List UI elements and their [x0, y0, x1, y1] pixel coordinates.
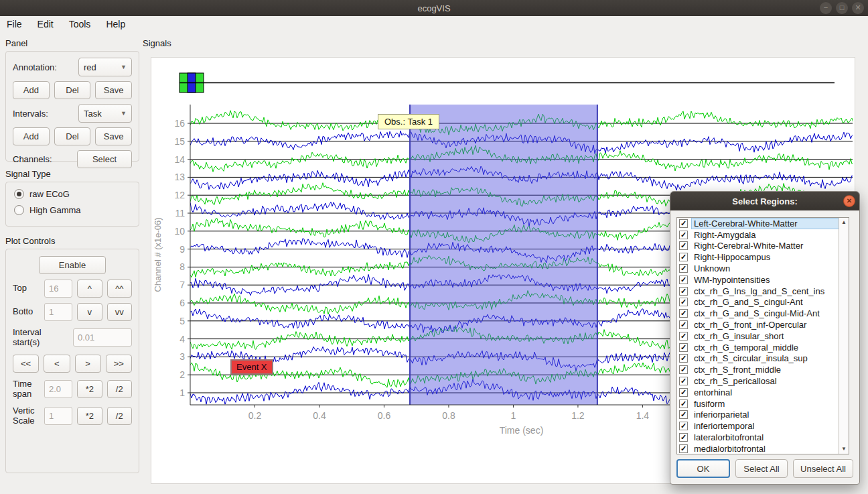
region-list-item[interactable]: ✓ctx_rh_G_insular_short	[677, 330, 839, 342]
region-item-label: ctx_rh_G_front_inf-Opercular	[692, 320, 839, 330]
region-list-item[interactable]: ✓fusiform	[677, 398, 839, 410]
region-list-item[interactable]: ✓inferiorparietal	[677, 410, 839, 421]
checkbox-checked-icon[interactable]: ✓	[679, 275, 688, 284]
region-item-label: WM-hypointensities	[692, 275, 839, 285]
interval-add-button[interactable]: Add	[13, 127, 50, 145]
region-list-item[interactable]: ✓ctx_rh_S_pericallosal	[677, 375, 839, 387]
region-list-item[interactable]: ✓inferiortemporal	[677, 420, 839, 432]
annotation-combobox[interactable]: red ▼	[78, 58, 132, 76]
checkbox-checked-icon[interactable]: ✓	[679, 309, 688, 318]
checkbox-checked-icon[interactable]: ✓	[679, 422, 688, 430]
svg-text:8: 8	[179, 261, 185, 272]
checkbox-checked-icon[interactable]: ✓	[679, 287, 688, 296]
forward-button[interactable]: >	[75, 355, 101, 373]
svg-text:10: 10	[174, 226, 185, 237]
radio-raw-ecog[interactable]: raw ECoG	[14, 189, 131, 199]
signal-type-title: Signal Type	[5, 169, 145, 179]
svg-text:1.4: 1.4	[636, 410, 650, 421]
menu-tools[interactable]: Tools	[69, 17, 98, 31]
interval-tooltip: Obs.: Task 1	[378, 114, 439, 129]
intervals-combobox[interactable]: Task ▼	[78, 104, 132, 123]
checkbox-checked-icon[interactable]: ✓	[679, 253, 688, 261]
region-list-item[interactable]: ✓ctx_rh_G_Ins_lg_and_S_cent_ins	[677, 286, 839, 297]
regions-list: ✓Left-Cerebral-White-Matter✓Right-Amygda…	[676, 217, 849, 454]
checkbox-checked-icon[interactable]: ✓	[679, 298, 688, 306]
vertical-scale-input[interactable]: 1	[44, 407, 72, 425]
dialog-close-icon[interactable]: ✕	[843, 195, 855, 207]
regions-scrollbar[interactable]: ▲ ▼	[839, 218, 849, 454]
top-label: Top	[13, 284, 40, 294]
checkbox-checked-icon[interactable]: ✓	[679, 320, 688, 329]
checkbox-checked-icon[interactable]: ✓	[679, 219, 688, 228]
region-list-item[interactable]: ✓Right-Cerebral-White-Matter	[677, 241, 839, 252]
checkbox-checked-icon[interactable]: ✓	[679, 388, 688, 397]
checkbox-checked-icon[interactable]: ✓	[679, 241, 688, 250]
region-list-item[interactable]: ✓ctx_rh_G_and_S_cingul-Ant	[677, 297, 839, 308]
annotation-save-button[interactable]: Save	[95, 81, 132, 99]
checkbox-checked-icon[interactable]: ✓	[679, 354, 688, 363]
checkbox-checked-icon[interactable]: ✓	[679, 433, 688, 442]
down-button[interactable]: v	[77, 303, 102, 321]
close-icon[interactable]: ✕	[852, 2, 864, 14]
region-list-item[interactable]: ✓ctx_rh_S_circular_insula_sup	[677, 353, 839, 365]
titlebar[interactable]: ecogVIS − □ ✕	[0, 0, 868, 16]
checkbox-checked-icon[interactable]: ✓	[679, 377, 688, 385]
checkbox-checked-icon[interactable]: ✓	[679, 399, 688, 408]
enable-button[interactable]: Enable	[39, 256, 106, 274]
ok-button[interactable]: OK	[676, 459, 730, 478]
checkbox-checked-icon[interactable]: ✓	[679, 365, 688, 374]
down-down-button[interactable]: vv	[107, 303, 132, 321]
checkbox-checked-icon[interactable]: ✓	[679, 332, 688, 341]
svg-text:5: 5	[179, 316, 185, 326]
top-input[interactable]: 16	[44, 280, 72, 298]
region-list-item[interactable]: ✓WM-hypointensities	[677, 274, 839, 286]
back-button[interactable]: <	[44, 355, 70, 373]
region-list-item[interactable]: ✓Right-Hippocampus	[677, 251, 839, 263]
menu-edit[interactable]: Edit	[38, 17, 61, 31]
svg-text:11: 11	[175, 208, 185, 219]
bottom-input[interactable]: 1	[44, 303, 72, 321]
scroll-down-icon[interactable]: ▼	[839, 444, 849, 454]
interval-save-button[interactable]: Save	[95, 127, 132, 145]
menu-help[interactable]: Help	[106, 17, 133, 31]
interval-del-button[interactable]: Del	[54, 127, 91, 145]
interval-start-input[interactable]: 0.01	[73, 328, 132, 347]
checkbox-checked-icon[interactable]: ✓	[679, 343, 688, 352]
region-list-item[interactable]: ✓Right-Amygdala	[677, 229, 839, 241]
vscale-half-button[interactable]: /2	[107, 407, 132, 425]
select-all-button[interactable]: Select All	[735, 459, 788, 478]
region-list-item[interactable]: ✓medialorbitofrontal	[677, 443, 839, 454]
menu-file[interactable]: File	[7, 17, 29, 31]
radio-high-gamma[interactable]: High Gamma	[14, 205, 131, 215]
checkbox-checked-icon[interactable]: ✓	[679, 444, 688, 453]
region-list-item[interactable]: ✓entorhinal	[677, 387, 839, 398]
region-list-item[interactable]: ✓ctx_rh_G_temporal_middle	[677, 342, 839, 353]
checkbox-checked-icon[interactable]: ✓	[679, 264, 688, 273]
region-list-item[interactable]: ✓ctx_rh_S_front_middle	[677, 364, 839, 375]
fast-forward-button[interactable]: >>	[106, 355, 132, 373]
checkbox-checked-icon[interactable]: ✓	[679, 231, 688, 239]
minimize-icon[interactable]: −	[820, 2, 832, 14]
time-half-button[interactable]: /2	[107, 380, 132, 398]
annotation-del-button[interactable]: Del	[54, 81, 91, 99]
scroll-up-icon[interactable]: ▲	[839, 218, 849, 227]
time-span-input[interactable]: 2.0	[44, 380, 72, 398]
unselect-all-button[interactable]: Unselect All	[793, 459, 853, 478]
region-list-item[interactable]: ✓Left-Cerebral-White-Matter	[677, 218, 839, 229]
vscale-double-button[interactable]: *2	[77, 407, 102, 425]
region-list-item[interactable]: ✓lateralorbitofrontal	[677, 432, 839, 443]
time-double-button[interactable]: *2	[77, 380, 102, 398]
up-up-button[interactable]: ^^	[107, 280, 132, 298]
region-item-label: Right-Amygdala	[692, 230, 839, 240]
annotation-add-button[interactable]: Add	[13, 81, 50, 99]
dialog-titlebar[interactable]: Select Regions: ✕	[670, 192, 859, 210]
maximize-icon[interactable]: □	[836, 2, 848, 14]
event-marker[interactable]: Event X	[230, 359, 273, 375]
rewind-button[interactable]: <<	[13, 355, 39, 373]
region-list-item[interactable]: ✓ctx_rh_G_and_S_cingul-Mid-Ant	[677, 308, 839, 319]
region-list-item[interactable]: ✓Unknown	[677, 263, 839, 274]
channels-select-button[interactable]: Select	[77, 150, 132, 168]
up-button[interactable]: ^	[77, 280, 102, 298]
region-list-item[interactable]: ✓ctx_rh_G_front_inf-Opercular	[677, 319, 839, 330]
checkbox-checked-icon[interactable]: ✓	[679, 410, 688, 419]
